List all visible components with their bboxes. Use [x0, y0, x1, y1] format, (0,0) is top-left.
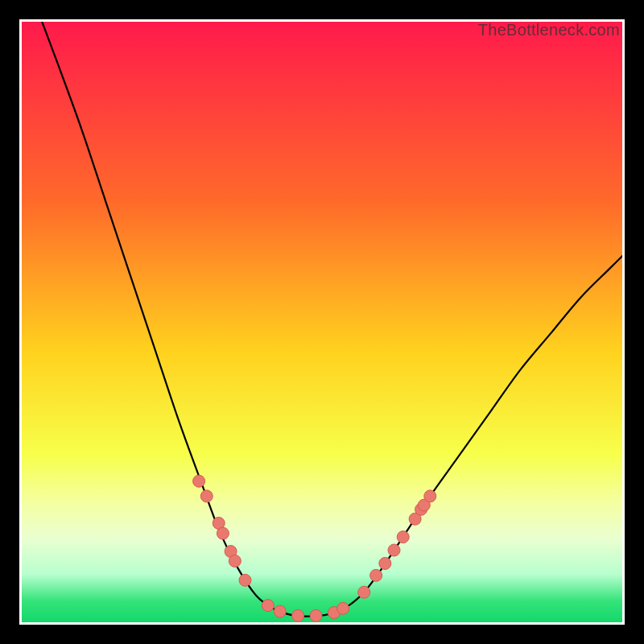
marker-dot	[370, 569, 382, 581]
marker-dot	[358, 586, 370, 598]
gradient-background	[22, 22, 622, 622]
marker-dot	[310, 609, 322, 621]
marker-dot	[292, 609, 304, 621]
marker-dot	[397, 531, 409, 543]
chart-svg	[22, 22, 622, 622]
marker-dot	[239, 574, 251, 586]
marker-dot	[388, 544, 400, 556]
marker-dot	[193, 475, 205, 487]
chart-frame: TheBottleneck.com	[19, 19, 625, 625]
marker-dot	[274, 605, 286, 617]
marker-dot	[262, 600, 274, 612]
marker-dot	[337, 602, 349, 614]
marker-dot	[217, 527, 229, 539]
watermark-text: TheBottleneck.com	[478, 21, 620, 39]
marker-dot	[200, 490, 213, 502]
marker-dot	[424, 490, 436, 502]
plot-area	[22, 22, 622, 622]
marker-dot	[229, 555, 241, 567]
marker-dot	[379, 557, 391, 569]
